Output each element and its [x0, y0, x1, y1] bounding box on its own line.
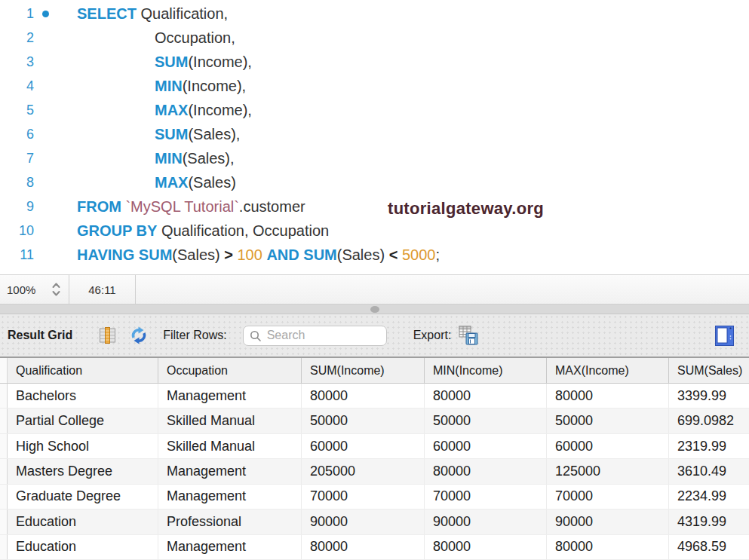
table-cell[interactable]: 90000 [302, 510, 425, 534]
column-header[interactable]: SUM(Income) [302, 358, 425, 383]
code-line[interactable]: 10GROUP BY Qualification, Occupation [0, 219, 749, 243]
table-cell[interactable]: High School [8, 434, 158, 458]
table-row[interactable]: BachelorsManagement8000080000800003399.9… [0, 384, 749, 409]
column-header[interactable]: Qualification [8, 358, 158, 383]
table-cell[interactable]: 70000 [302, 485, 425, 509]
table-cell[interactable]: 125000 [547, 459, 669, 483]
token-kw: HAVING SUM [77, 246, 172, 263]
table-cell[interactable]: 80000 [547, 384, 669, 408]
row-gutter [0, 384, 8, 408]
column-header[interactable]: Occupation [158, 358, 302, 383]
result-grid-icon[interactable] [99, 326, 116, 344]
token-kw: AND SUM [266, 246, 336, 263]
marker-dot [42, 11, 49, 17]
export-save-icon[interactable] [459, 326, 479, 346]
code-text: HAVING SUM(Sales) > 100 AND SUM(Sales) <… [57, 246, 440, 264]
table-row[interactable]: EducationManagement8000080000800004968.5… [0, 535, 749, 560]
line-number: 4 [0, 78, 34, 94]
table-cell[interactable]: Management [158, 459, 302, 483]
code-line[interactable]: 8MAX(Sales) [0, 170, 749, 194]
table-cell[interactable]: 60000 [425, 434, 547, 458]
table-cell[interactable]: 50000 [425, 409, 547, 433]
table-cell[interactable]: 80000 [425, 384, 547, 408]
code-line[interactable]: 5MAX(Income), [0, 98, 749, 122]
table-cell[interactable]: 4968.59 [669, 535, 749, 559]
code-text: MIN(Income), [57, 78, 246, 95]
table-cell[interactable]: 80000 [302, 535, 425, 559]
table-cell[interactable]: 60000 [302, 434, 425, 458]
table-cell[interactable]: 80000 [547, 535, 669, 559]
table-cell[interactable]: 2234.99 [669, 485, 749, 509]
token-id: (Sales), [188, 126, 240, 142]
table-cell[interactable]: 90000 [547, 510, 669, 534]
refresh-icon[interactable] [130, 326, 148, 344]
table-cell[interactable]: Education [8, 535, 158, 559]
code-line[interactable]: 9FROM `MySQL Tutorial`.customer [0, 194, 749, 219]
code-line[interactable]: 6SUM(Sales), [0, 122, 749, 146]
table-cell[interactable]: 3610.49 [669, 459, 749, 483]
token-num: 5000 [402, 246, 436, 263]
table-cell[interactable]: Management [158, 485, 302, 509]
table-cell[interactable]: 90000 [425, 510, 547, 534]
line-number: 10 [0, 223, 34, 239]
table-cell[interactable]: 3399.99 [669, 384, 749, 408]
table-cell[interactable]: 70000 [547, 485, 669, 509]
token-str: `MySQL Tutorial` [125, 198, 238, 215]
table-cell[interactable]: 4319.99 [669, 510, 749, 534]
table-cell[interactable]: Masters Degree [8, 459, 158, 483]
sidebar-panel-icon[interactable] [715, 326, 734, 346]
code-line[interactable]: 1SELECT Qualification, [0, 2, 749, 26]
table-cell[interactable]: 205000 [302, 459, 425, 483]
splitter-handle-icon[interactable] [370, 306, 379, 313]
table-cell[interactable]: 50000 [547, 409, 669, 433]
column-header[interactable]: MAX(Income) [547, 358, 669, 383]
pane-splitter[interactable] [0, 304, 749, 314]
table-row[interactable]: EducationProfessional9000090000900004319… [0, 510, 749, 534]
table-row[interactable]: Partial CollegeSkilled Manual50000500005… [0, 409, 749, 433]
grid-body: BachelorsManagement8000080000800003399.9… [0, 384, 749, 560]
result-grid-toolbar: Result Grid Filter Rows: [0, 314, 749, 357]
row-gutter [0, 510, 8, 534]
filter-rows-label: Filter Rows: [163, 329, 226, 342]
line-number: 7 [0, 151, 34, 167]
table-cell[interactable]: 699.0982 [669, 409, 749, 433]
token-kw: SELECT [77, 5, 137, 22]
table-cell[interactable]: Skilled Manual [158, 409, 302, 433]
code-line[interactable]: 11HAVING SUM(Sales) > 100 AND SUM(Sales)… [0, 243, 749, 267]
table-cell[interactable]: Professional [158, 510, 302, 534]
table-cell[interactable]: 70000 [425, 485, 547, 509]
search-icon [250, 330, 262, 345]
table-cell[interactable]: 80000 [302, 384, 425, 408]
table-row[interactable]: Masters DegreeManagement2050008000012500… [0, 459, 749, 484]
table-row[interactable]: High SchoolSkilled Manual600006000060000… [0, 434, 749, 459]
sql-editor[interactable]: 1SELECT Qualification,2Occupation,3SUM(I… [0, 0, 749, 274]
code-line[interactable]: 4MIN(Income), [0, 74, 749, 98]
table-cell[interactable]: Management [158, 384, 302, 408]
table-cell[interactable]: 2319.99 [669, 434, 749, 458]
table-cell[interactable]: Graduate Degree [8, 485, 158, 509]
table-row[interactable]: Graduate DegreeManagement700007000070000… [0, 485, 749, 510]
table-cell[interactable]: Education [8, 510, 158, 534]
table-cell[interactable]: 60000 [547, 434, 669, 458]
table-cell[interactable]: 80000 [425, 459, 547, 483]
column-header[interactable]: MIN(Income) [425, 358, 547, 383]
table-cell[interactable]: Bachelors [8, 384, 158, 408]
token-id: Qualification, Occupation [157, 222, 329, 239]
code-line[interactable]: 3SUM(Income), [0, 50, 749, 74]
table-cell[interactable]: 80000 [425, 535, 547, 559]
token-id: (Income), [188, 54, 251, 70]
search-input[interactable] [243, 326, 387, 346]
table-cell[interactable]: 50000 [302, 409, 425, 433]
zoom-stepper-icon[interactable] [51, 281, 62, 298]
table-cell[interactable]: Partial College [8, 409, 158, 433]
code-text: SUM(Sales), [57, 126, 240, 143]
code-line[interactable]: 7MIN(Sales), [0, 146, 749, 170]
line-number: 3 [0, 54, 34, 70]
column-header[interactable]: SUM(Sales) [669, 358, 749, 383]
code-line[interactable]: 2Occupation, [0, 26, 749, 50]
export-label: Export: [413, 329, 452, 342]
table-cell[interactable]: Skilled Manual [158, 434, 302, 458]
code-text: SUM(Income), [57, 54, 252, 71]
table-cell[interactable]: Management [158, 535, 302, 559]
filter-search [243, 326, 387, 346]
